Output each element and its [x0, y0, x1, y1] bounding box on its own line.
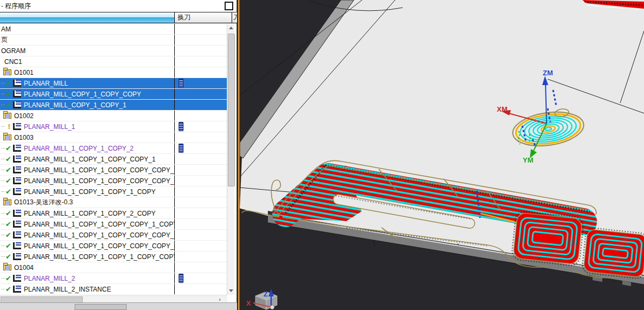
tree-row-name-cell[interactable]: ✔PLANAR_MILL_1_COPY_1_COPY_COPY_1_COPY [0, 219, 175, 229]
scroll-up-icon[interactable] [229, 27, 233, 29]
tree-row[interactable]: !PLANAR_MILL_1 [0, 121, 227, 132]
tree-row-label: O1003 [14, 134, 34, 141]
tree-row[interactable]: ✔PLANAR_MILL_1_COPY_1_COPY_2_COPY [0, 208, 227, 219]
vertical-scrollbar[interactable] [227, 24, 234, 295]
tree-row[interactable]: O1013-吴送洋改-0.3 [0, 197, 227, 208]
tree-branch-dots [1, 126, 5, 127]
status-check-icon: ✔ [5, 275, 13, 282]
tree-row[interactable]: ✔PLANAR_MILL_2_INSTANCE [0, 284, 227, 295]
tree-row[interactable]: ✔PLANAR_MILL_1_COPY_1_COPY_COPY_1 [0, 154, 227, 165]
tree-row-name-cell[interactable]: CNC1 [0, 56, 175, 67]
tree-row[interactable]: ✔PLANAR_MILL_1_COPY_1_COPY_COPY_COPY_C..… [0, 241, 227, 251]
planar-mill-operation-icon [13, 156, 21, 163]
planar-mill-operation-icon [13, 101, 21, 108]
tool-change-cell [175, 241, 227, 251]
tool-change-cell [175, 132, 227, 143]
tree-row-name-cell[interactable]: ✔PLANAR_MILL_1_COPY_1_COPY_1_COPY [0, 186, 175, 197]
tree-row[interactable]: ✔PLANAR_MILL_2 [0, 273, 227, 284]
maximize-icon[interactable] [225, 2, 233, 10]
tree-row-name-cell[interactable]: O1003 [0, 132, 175, 143]
tree-row-name-cell[interactable]: 页 [0, 35, 175, 45]
tree-row-name-cell[interactable]: ✔PLANAR_MILL [0, 78, 175, 88]
tree-row-label: PLANAR_MILL_1_COPY_1_COPY_COPY_1 [24, 156, 155, 163]
tree-row-label: O1002 [14, 112, 34, 120]
scroll-down-icon[interactable] [229, 289, 233, 292]
tree-row-name-cell[interactable]: ✔PLANAR_MILL_1_COPY_1_COPY_COPY_COPY_C..… [0, 176, 175, 186]
graphics-viewport[interactable]: ZM XM YM Z X [237, 0, 644, 310]
tool-change-cell [175, 35, 227, 45]
tree-row[interactable]: AM [0, 24, 227, 35]
vertical-scrollbar-thumb[interactable] [228, 34, 235, 186]
tree-row[interactable]: ✔PLANAR_MILL_1_COPY_1_COPY_1_COPY_COPY [0, 251, 227, 262]
tool-change-icon [179, 122, 183, 131]
bottom-strip-thumb[interactable] [75, 304, 127, 310]
tree-row-label: PLANAR_MILL_1_COPY_1_COPY_COPY_COPY_C... [24, 242, 175, 250]
tree-branch-dots [1, 235, 5, 235]
tool-change-cell [175, 143, 227, 153]
tree-row[interactable]: ✔PLANAR_MILL_COPY_1_COPY_1 [0, 100, 227, 111]
tree-row-name-cell[interactable]: ✔PLANAR_MILL_COPY_1_COPY_COPY [0, 89, 175, 99]
x-axis-label: X [246, 299, 251, 307]
status-check-icon: ✔ [5, 253, 13, 260]
tree-row[interactable]: ✔PLANAR_MILL_1_COPY_1_COPY_2 [0, 143, 227, 154]
program-group-folder-icon [3, 134, 11, 140]
tool-change-cell [175, 154, 227, 164]
tree-row-name-cell[interactable]: OGRAM [0, 46, 175, 56]
tree-row-name-cell[interactable]: AM [0, 24, 175, 34]
tree-row-name-cell[interactable]: ✔PLANAR_MILL_1_COPY_1_COPY_2 [0, 143, 175, 153]
tree-row-name-cell[interactable]: O1004 [0, 262, 175, 273]
tree-row-name-cell[interactable]: ✔PLANAR_MILL_1_COPY_1_COPY_COPY_COPY_C..… [0, 241, 175, 251]
tool-change-cell [175, 176, 227, 186]
planar-mill-operation-icon [13, 253, 21, 260]
tree-row[interactable]: O1001 [0, 67, 227, 78]
tree-row[interactable]: 页 [0, 35, 227, 46]
tree-row-name-cell[interactable]: O1002 [0, 111, 175, 121]
tree-row-label: O1001 [14, 69, 34, 76]
tool-change-cell [175, 273, 227, 283]
tree-row-name-cell[interactable]: ✔PLANAR_MILL_1_COPY_1_COPY_COPY_COPY_1_.… [0, 165, 175, 175]
tree-row[interactable]: CNC1 [0, 56, 227, 67]
tree-row-name-cell[interactable]: !PLANAR_MILL_1 [0, 121, 175, 132]
panel-title: 程序顺序 [5, 2, 31, 11]
tree-row[interactable]: ✔PLANAR_MILL [0, 78, 227, 89]
column-header-name[interactable] [0, 12, 175, 23]
tree-row-name-cell[interactable]: ✔PLANAR_MILL_1_COPY_1_COPY_COPY_COPY_1_.… [0, 230, 175, 240]
tool-change-icon [179, 79, 183, 88]
tree-row[interactable]: ✔PLANAR_MILL_1_COPY_1_COPY_COPY_1_COPY [0, 219, 227, 230]
planar-mill-operation-icon [13, 145, 21, 152]
tool-change-icon [179, 274, 183, 283]
tree-row-name-cell[interactable]: O1001 [0, 67, 175, 78]
horizontal-scrollbar[interactable]: › [0, 295, 227, 302]
tree-row-name-cell[interactable]: ✔PLANAR_MILL_2 [0, 273, 175, 283]
tool-change-cell [175, 230, 227, 240]
panel-titlebar[interactable]: - 程序顺序 [0, 0, 236, 12]
tree-row-name-cell[interactable]: O1013-吴送洋改-0.3 [0, 197, 175, 208]
tree-branch-dots [1, 246, 5, 246]
tree-row[interactable]: OGRAM [0, 46, 227, 56]
planar-mill-operation-icon [13, 242, 21, 249]
planar-mill-operation-icon [13, 275, 21, 282]
tree-row-name-cell[interactable]: ✔PLANAR_MILL_1_COPY_1_COPY_1_COPY_COPY [0, 251, 175, 262]
tool-change-cell [175, 56, 227, 67]
tree-row[interactable]: ✔PLANAR_MILL_1_COPY_1_COPY_COPY_COPY_1_.… [0, 165, 227, 176]
tree-row-name-cell[interactable]: ✔PLANAR_MILL_COPY_1_COPY_1 [0, 100, 175, 110]
tree-row[interactable]: ✔PLANAR_MILL_1_COPY_1_COPY_COPY_COPY_1_.… [0, 230, 227, 241]
column-header-tool-change[interactable]: 换刀 [175, 12, 232, 23]
tree-branch-dots [1, 191, 5, 192]
tree-branch-dots [1, 170, 5, 170]
tree-row-name-cell[interactable]: ✔PLANAR_MILL_2_INSTANCE [0, 284, 175, 294]
tree-row[interactable]: O1003 [0, 132, 227, 143]
tree-row-name-cell[interactable]: ✔PLANAR_MILL_1_COPY_1_COPY_2_COPY [0, 208, 175, 218]
tree-row[interactable]: O1004 [0, 262, 227, 273]
tree-row[interactable]: O1002 [0, 111, 227, 121]
bottom-resize-strip[interactable] [0, 302, 237, 310]
column-header-tool[interactable]: 刀 [232, 12, 237, 23]
tree-row[interactable]: ✔PLANAR_MILL_1_COPY_1_COPY_COPY_COPY_C..… [0, 176, 227, 186]
tree-row[interactable]: ✔PLANAR_MILL_COPY_1_COPY_COPY [0, 89, 227, 100]
tree-row[interactable]: ✔PLANAR_MILL_1_COPY_1_COPY_1_COPY [0, 186, 227, 197]
tree-row-name-cell[interactable]: ✔PLANAR_MILL_1_COPY_1_COPY_COPY_1 [0, 154, 175, 164]
tool-change-cell [175, 197, 227, 208]
tool-change-cell [175, 100, 227, 110]
tree-branch-dots [1, 213, 5, 214]
planar-mill-operation-icon [13, 188, 21, 195]
